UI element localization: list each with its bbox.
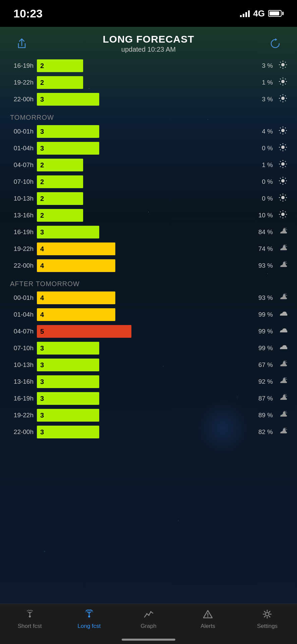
time-label: 10-13h [7, 195, 37, 202]
tab-label: Long fcst [77, 623, 101, 630]
network-label: 4G [253, 8, 265, 19]
tab-alerts[interactable]: Alerts [178, 607, 238, 630]
forecast-row: 19-22h21 % [7, 75, 290, 90]
rain-percent: 99 % [249, 328, 276, 335]
tab-settings[interactable]: Settings [238, 607, 297, 630]
forecast-row: 13-16h392 % [7, 374, 290, 389]
forecast-row: 01-04h30 % [7, 141, 290, 156]
bar-container: 3 [37, 125, 249, 138]
signal-icon [240, 10, 250, 17]
svg-line-7 [285, 62, 286, 63]
forecast-bar: 2 [37, 175, 83, 188]
svg-line-53 [280, 166, 281, 167]
bar-container: 2 [37, 59, 249, 72]
svg-line-35 [280, 133, 281, 133]
tab-label: Settings [257, 623, 278, 630]
svg-line-116 [286, 428, 286, 429]
svg-point-63 [281, 196, 285, 199]
weather-icon [276, 126, 290, 137]
svg-point-36 [281, 146, 285, 149]
forecast-row: 00-01h493 % [7, 290, 290, 305]
time-label: 07-10h [7, 344, 37, 352]
weather-icon [276, 343, 290, 354]
svg-line-96 [286, 294, 286, 294]
forecast-content: 16-19h23 % 19-22h21 % 22-00h33 % [0, 58, 297, 485]
rain-percent: 92 % [249, 378, 276, 385]
svg-line-60 [285, 183, 286, 184]
rain-percent: 1 % [249, 79, 276, 86]
rain-percent: 74 % [249, 245, 276, 253]
bar-container: 2 [37, 76, 249, 89]
page-title: LONG FORECAST [103, 34, 194, 45]
weather-icon [276, 60, 290, 71]
svg-line-88 [286, 245, 286, 246]
time-label: 22-00h [7, 96, 37, 103]
svg-point-121 [88, 615, 90, 618]
forecast-bar: 4 [37, 259, 115, 272]
bar-container: 3 [37, 342, 249, 355]
alert-triangle-icon [201, 607, 215, 621]
rain-percent: 93 % [249, 294, 276, 302]
time-label: 16-19h [7, 228, 37, 236]
svg-line-26 [280, 101, 281, 101]
app-container: LONG FORECAST updated 10:23 AM 16-19h23 … [0, 27, 297, 644]
time-label: 00-01h [7, 294, 37, 302]
svg-line-52 [285, 161, 286, 162]
time-label: 00-01h [7, 128, 37, 135]
bar-container: 2 [37, 159, 249, 171]
weather-icon [276, 292, 290, 303]
rain-percent: 99 % [249, 344, 276, 352]
bar-container: 3 [37, 226, 249, 238]
bar-container: 2 [37, 175, 249, 188]
rain-percent: 3 % [249, 96, 276, 103]
updated-time: updated 10:23 AM [103, 46, 194, 53]
svg-line-69 [285, 200, 286, 201]
forecast-row: 07-10h399 % [7, 341, 290, 356]
time-label: 19-22h [7, 79, 37, 86]
forecast-row: 10-13h20 % [7, 191, 290, 206]
svg-point-9 [281, 80, 285, 83]
bar-container: 4 [37, 291, 249, 304]
weather-icon [276, 326, 290, 337]
tab-long-fcst[interactable]: Long fcst [59, 607, 119, 630]
forecast-row: 01-04h499 % [7, 307, 290, 322]
antenna-wave-icon [82, 607, 96, 621]
forecast-row: 00-01h34 % [7, 124, 290, 139]
bar-container: 3 [37, 142, 249, 155]
forecast-bar: 3 [37, 392, 99, 405]
rain-percent: 99 % [249, 311, 276, 318]
svg-line-34 [285, 128, 286, 128]
svg-point-130 [265, 612, 269, 616]
svg-line-59 [280, 178, 281, 179]
bar-container: 2 [37, 192, 249, 205]
antenna-icon [23, 607, 37, 621]
forecast-bar: 3 [37, 142, 99, 155]
forecast-bar: 3 [37, 375, 99, 388]
tab-short-fcst[interactable]: Short fcst [0, 607, 59, 630]
bar-container: 3 [37, 359, 249, 371]
svg-point-18 [281, 97, 285, 100]
refresh-button[interactable] [267, 35, 284, 52]
svg-line-33 [285, 133, 286, 133]
weather-icon [276, 393, 290, 404]
svg-point-72 [281, 213, 285, 216]
svg-line-42 [285, 150, 286, 150]
weather-icon [276, 260, 290, 271]
svg-point-125 [146, 613, 147, 614]
svg-line-25 [285, 96, 286, 96]
svg-point-129 [207, 616, 209, 617]
forecast-row: 22-00h382 % [7, 425, 290, 439]
weather-icon [276, 143, 290, 154]
svg-line-43 [285, 145, 286, 145]
rain-percent: 89 % [249, 412, 276, 419]
share-button[interactable] [13, 35, 30, 52]
svg-line-15 [285, 84, 286, 85]
time-label: 01-04h [7, 311, 37, 318]
forecast-row: 22-00h33 % [7, 92, 290, 107]
rain-percent: 4 % [249, 128, 276, 135]
forecast-bar: 3 [37, 125, 99, 138]
bar-container: 3 [37, 375, 249, 388]
svg-line-79 [285, 212, 286, 212]
tab-graph[interactable]: Graph [119, 607, 178, 630]
header: LONG FORECAST updated 10:23 AM [0, 27, 297, 58]
